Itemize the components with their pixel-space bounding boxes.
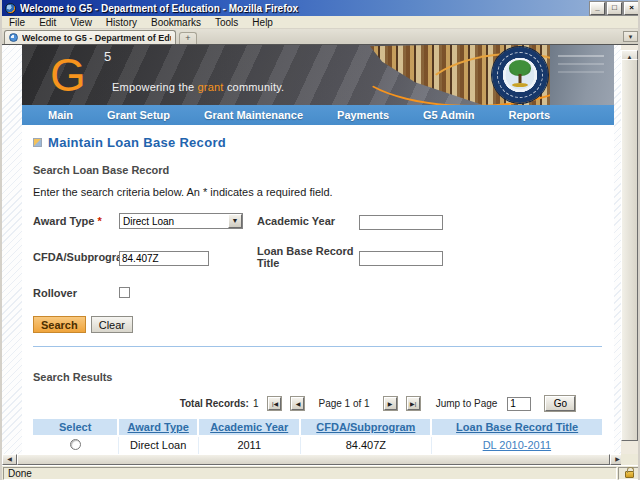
- menu-bookmarks[interactable]: Bookmarks: [144, 17, 208, 28]
- menu-view[interactable]: View: [63, 17, 99, 28]
- award-type-value: Direct Loan: [120, 216, 228, 227]
- search-form: Award Type * Direct Loan ▼ Academic Year…: [33, 212, 602, 302]
- nav-payments[interactable]: Payments: [337, 109, 389, 121]
- g5-logo: G: [50, 47, 86, 103]
- menu-history[interactable]: History: [99, 17, 144, 28]
- loan-base-record-link[interactable]: DL 2010-2011: [483, 439, 552, 451]
- menu-file[interactable]: File: [2, 17, 32, 28]
- close-button[interactable]: ×: [624, 2, 639, 15]
- cfda-input[interactable]: [119, 251, 209, 266]
- header-award-type[interactable]: Award Type: [118, 419, 198, 436]
- previous-page-button[interactable]: ◀: [291, 397, 304, 410]
- results-table-header-row: Select Award Type Academic Year CFDA/Sub…: [33, 419, 602, 436]
- vertical-scroll-thumb[interactable]: [621, 59, 638, 441]
- tagline-post: community.: [224, 81, 285, 93]
- list-tabs-button[interactable]: ▾: [623, 31, 638, 42]
- nav-g5-admin[interactable]: G5 Admin: [423, 109, 475, 121]
- lock-icon: [625, 471, 634, 478]
- last-page-button[interactable]: ▶|: [407, 397, 420, 410]
- section-divider: [33, 346, 602, 347]
- page-content: G 5 Empowering the grant community. Main…: [22, 45, 614, 454]
- banner-tagline: Empowering the grant community.: [112, 81, 284, 93]
- security-cell: [618, 467, 640, 480]
- page-viewport: G 5 Empowering the grant community. Main…: [2, 44, 625, 454]
- go-button[interactable]: Go: [545, 396, 575, 411]
- menu-tools[interactable]: Tools: [208, 17, 245, 28]
- seal-base: [512, 83, 528, 87]
- total-records-label: Total Records:: [180, 398, 249, 409]
- horizontal-scrollbar[interactable]: ◀ ▶: [2, 454, 625, 465]
- main-nav: Main Grant Setup Grant Maintenance Payme…: [22, 105, 614, 125]
- tab-active[interactable]: Welcome to G5 - Department of Edu...: [4, 30, 176, 44]
- cell-award-type: Direct Loan: [118, 436, 198, 454]
- window-controls: _ □ ×: [590, 2, 639, 15]
- seal-tree-trunk: [519, 74, 522, 83]
- cfda-label: CFDA/Subprogram: [33, 251, 119, 263]
- cell-cfda: 84.407Z: [300, 436, 431, 454]
- nav-grant-setup[interactable]: Grant Setup: [107, 109, 170, 121]
- search-button-row: Search Clear: [33, 316, 602, 333]
- results-heading: Search Results: [33, 371, 602, 383]
- window-title: Welcome to G5 - Department of Education …: [20, 3, 590, 14]
- window-titlebar[interactable]: Welcome to G5 - Department of Education …: [2, 0, 640, 16]
- firefox-icon: [5, 3, 16, 14]
- new-tab-button[interactable]: +: [179, 32, 197, 44]
- page-indicator: Page 1 of 1: [318, 398, 369, 409]
- rollover-label: Rollover: [33, 287, 119, 299]
- scroll-left-icon[interactable]: ◀: [2, 454, 17, 465]
- menu-bar: File Edit View History Bookmarks Tools H…: [2, 16, 640, 29]
- page-body: Maintain Loan Base Record Search Loan Ba…: [22, 125, 614, 454]
- horizontal-scroll-thumb[interactable]: [17, 454, 610, 465]
- browser-window: Welcome to G5 - Department of Education …: [0, 0, 640, 480]
- status-text: Done: [3, 467, 617, 480]
- restore-button[interactable]: □: [607, 2, 622, 15]
- header-select: Select: [33, 419, 118, 436]
- menu-help[interactable]: Help: [245, 17, 280, 28]
- education-department-seal: [492, 47, 548, 103]
- dropdown-arrow-icon[interactable]: ▼: [228, 214, 242, 228]
- header-cfda[interactable]: CFDA/Subprogram: [300, 419, 431, 436]
- loan-base-record-title-input[interactable]: [359, 251, 443, 266]
- academic-year-label: Academic Year: [257, 215, 359, 227]
- tagline-pre: Empowering the: [112, 81, 198, 93]
- search-instructions: Enter the search criteria below. An * in…: [33, 186, 602, 198]
- record-bullet-icon: [33, 138, 42, 147]
- total-records-value: 1: [253, 398, 259, 409]
- tab-title: Welcome to G5 - Department of Edu...: [22, 33, 171, 43]
- chalkboard-image: [550, 45, 614, 105]
- nav-main[interactable]: Main: [48, 109, 73, 121]
- award-type-label: Award Type *: [33, 215, 119, 227]
- tab-bar: Welcome to G5 - Department of Edu... + ▾: [2, 29, 640, 44]
- minimize-button[interactable]: _: [590, 2, 605, 15]
- cell-academic-year: 2011: [198, 436, 300, 454]
- search-section-heading: Search Loan Base Record: [33, 164, 602, 176]
- loan-base-record-title-label: Loan Base Record Title: [257, 245, 359, 269]
- jump-to-page-input[interactable]: [507, 397, 531, 411]
- g5-favicon-icon: [9, 33, 18, 42]
- pagination-top: Total Records: 1 |◀ ◀ Page 1 of 1 ▶ ▶| J…: [33, 396, 602, 411]
- page-title-row: Maintain Loan Base Record: [33, 135, 602, 150]
- academic-year-input[interactable]: [359, 215, 443, 230]
- g5-banner: G 5 Empowering the grant community.: [22, 45, 614, 105]
- jump-to-page-label: Jump to Page: [436, 398, 498, 409]
- required-marker: *: [97, 215, 101, 227]
- next-page-button[interactable]: ▶: [384, 397, 397, 410]
- clear-button[interactable]: Clear: [91, 316, 133, 333]
- scrollbar-corner: [621, 454, 638, 465]
- first-page-button[interactable]: |◀: [268, 397, 281, 410]
- vertical-scrollbar[interactable]: ▲ ▼: [621, 44, 638, 454]
- header-academic-year[interactable]: Academic Year: [198, 419, 300, 436]
- award-type-label-text: Award Type: [33, 215, 94, 227]
- row-select-radio[interactable]: [70, 439, 81, 450]
- tagline-highlight: grant: [198, 81, 224, 93]
- award-type-select[interactable]: Direct Loan ▼: [119, 213, 243, 229]
- nav-grant-maintenance[interactable]: Grant Maintenance: [204, 109, 303, 121]
- results-table: Select Award Type Academic Year CFDA/Sub…: [33, 419, 602, 454]
- header-loan-base-record-title[interactable]: Loan Base Record Title: [431, 419, 602, 436]
- search-button[interactable]: Search: [33, 316, 86, 333]
- table-row: Direct Loan 2011 84.407Z DL 2010-2011: [33, 436, 602, 454]
- status-bar: Done: [2, 465, 640, 480]
- nav-reports[interactable]: Reports: [509, 109, 551, 121]
- menu-edit[interactable]: Edit: [32, 17, 63, 28]
- rollover-checkbox[interactable]: [119, 287, 130, 298]
